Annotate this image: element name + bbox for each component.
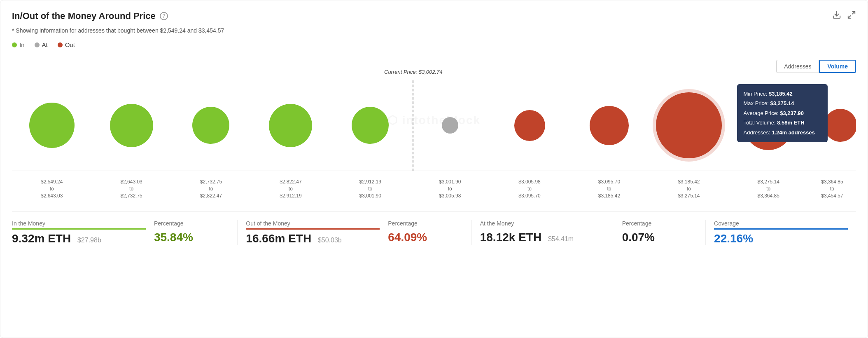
- tooltip-addresses: Addresses: 1.24m addresses: [744, 128, 821, 137]
- header-left: In/Out of the Money Around Price ?: [12, 11, 168, 21]
- stat-value-out: 16.66m ETH $50.03b: [246, 232, 380, 245]
- stat-sub-out: $50.03b: [318, 237, 342, 244]
- tooltip-max-price: Max Price: $3,275.14: [744, 99, 821, 108]
- bubble-col-8: [569, 80, 649, 171]
- bubble-area: Current Price: $3,002.74: [12, 80, 856, 171]
- legend-dot-out: [58, 42, 63, 47]
- label-6: $3,001.90to$3,005.98: [410, 174, 490, 199]
- stat-label-pct-out: Percentage: [388, 220, 455, 228]
- bubble-chart: Current Price: $3,002.74: [12, 80, 856, 199]
- label-3: $2,732.75to$2,822.47: [171, 174, 251, 199]
- bubble-6: [442, 117, 458, 134]
- bubble-col-1: [12, 80, 91, 171]
- stat-label-at: At the Money: [480, 220, 614, 228]
- bubble-5: [352, 107, 389, 144]
- label-1: $2,549.24to$2,643.03: [12, 174, 91, 199]
- bubble-9: [656, 92, 722, 158]
- tooltip: Min Price: $3,185.42 Max Price: $3,275.1…: [737, 84, 828, 142]
- stat-sub-at: $54.41m: [548, 235, 574, 242]
- tooltip-total-volume: Total Volume: 8.58m ETH: [744, 118, 821, 127]
- bubble-3: [192, 107, 229, 144]
- label-10: $3,275.14to$3,364.85: [729, 174, 808, 199]
- header-right: [832, 10, 856, 21]
- stat-at-the-money: At the Money 18.12k ETH $54.41m: [480, 220, 622, 244]
- current-price-label: Current Price: $3,002.74: [384, 69, 443, 75]
- stat-value-coverage: 22.16%: [714, 232, 848, 245]
- stat-percentage-in: Percentage 35.84%: [154, 220, 229, 244]
- legend-out: Out: [58, 41, 75, 48]
- expand-icon[interactable]: [847, 10, 856, 21]
- stat-percentage-out: Percentage 64.09%: [388, 220, 463, 244]
- stat-value-pct-at: 0.07%: [622, 231, 689, 244]
- bubble-col-7: [490, 80, 569, 171]
- tooltip-min-price: Min Price: $3,185.42: [744, 89, 821, 99]
- legend-label-in: In: [19, 41, 25, 48]
- stat-value-in: 9.32m ETH $27.98b: [12, 232, 146, 245]
- stat-value-pct-in: 35.84%: [154, 231, 221, 244]
- stat-coverage: Coverage 22.16%: [714, 220, 856, 245]
- legend-label-out: Out: [65, 41, 75, 48]
- stat-sub-in: $27.98b: [77, 237, 101, 244]
- bubble-2: [110, 104, 153, 147]
- main-card: In/Out of the Money Around Price ? * Sho…: [0, 0, 868, 338]
- bubble-4: [269, 104, 312, 147]
- stat-label-coverage: Coverage: [714, 220, 848, 230]
- label-8: $3,095.70to$3,185.42: [569, 174, 649, 199]
- divider-3: [705, 220, 706, 245]
- bubble-col-5: [331, 80, 410, 171]
- svg-line-1: [852, 12, 855, 14]
- header: In/Out of the Money Around Price ?: [12, 10, 856, 21]
- legend-in: In: [12, 41, 25, 48]
- subtitle: * Showing information for addresses that…: [12, 27, 856, 34]
- stats-row: In the Money 9.32m ETH $27.98b Percentag…: [12, 211, 856, 245]
- stat-value-at: 18.12k ETH $54.41m: [480, 231, 614, 244]
- stat-label-in: In the Money: [12, 220, 146, 230]
- bubble-7: [514, 110, 545, 141]
- download-icon[interactable]: [832, 10, 841, 21]
- labels-area: $2,549.24to$2,643.03 $2,643.03to$2,732.7…: [12, 174, 856, 199]
- legend-label-at: At: [42, 41, 48, 48]
- bubble-col-3: [171, 80, 251, 171]
- page-title: In/Out of the Money Around Price: [12, 11, 156, 21]
- stat-percentage-at: Percentage 0.07%: [622, 220, 697, 244]
- divider-1: [237, 220, 238, 245]
- stat-value-pct-out: 64.09%: [388, 231, 455, 244]
- toggle-volume[interactable]: Volume: [819, 60, 856, 73]
- help-icon[interactable]: ?: [160, 12, 168, 20]
- legend-at: At: [35, 41, 48, 48]
- stat-label-pct-at: Percentage: [622, 220, 689, 228]
- chart-wrapper: Current Price: $3,002.74: [12, 80, 856, 199]
- svg-line-2: [848, 16, 851, 18]
- bubble-col-6: [410, 80, 490, 171]
- label-9: $3,185.42to$3,275.14: [649, 174, 728, 199]
- label-2: $2,643.03to$2,732.75: [91, 174, 171, 199]
- divider-2: [471, 220, 472, 245]
- bubble-8: [590, 106, 629, 145]
- stat-label-pct-in: Percentage: [154, 220, 221, 228]
- tooltip-avg-price: Average Price: $3,237.90: [744, 108, 821, 118]
- stat-in-the-money: In the Money 9.32m ETH $27.98b: [12, 220, 154, 245]
- stat-out-the-money: Out of the Money 16.66m ETH $50.03b: [246, 220, 388, 245]
- legend-dot-in: [12, 42, 17, 47]
- bubble-col-4: [251, 80, 330, 171]
- label-4: $2,822.47to$2,912.19: [251, 174, 330, 199]
- current-price-line: Current Price: $3,002.74: [413, 80, 413, 171]
- label-7: $3,005.98to$3,095.70: [490, 174, 569, 199]
- baseline: [12, 171, 856, 171]
- bubble-col-2: [91, 80, 171, 171]
- chart-area: Addresses Volume ⬡ intotheblock Current …: [12, 60, 856, 199]
- legend-dot-at: [35, 42, 40, 47]
- bubble-1: [29, 103, 75, 148]
- bubble-col-9: Min Price: $3,185.42 Max Price: $3,275.1…: [649, 80, 728, 171]
- toggle-addresses[interactable]: Addresses: [776, 60, 819, 73]
- bubble-11: [824, 109, 856, 142]
- stat-label-out: Out of the Money: [246, 220, 380, 230]
- label-11: $3,364.85to$3,454.57: [808, 174, 856, 199]
- label-5: $2,912.19to$3,001.90: [331, 174, 410, 199]
- legend: In At Out: [12, 41, 856, 48]
